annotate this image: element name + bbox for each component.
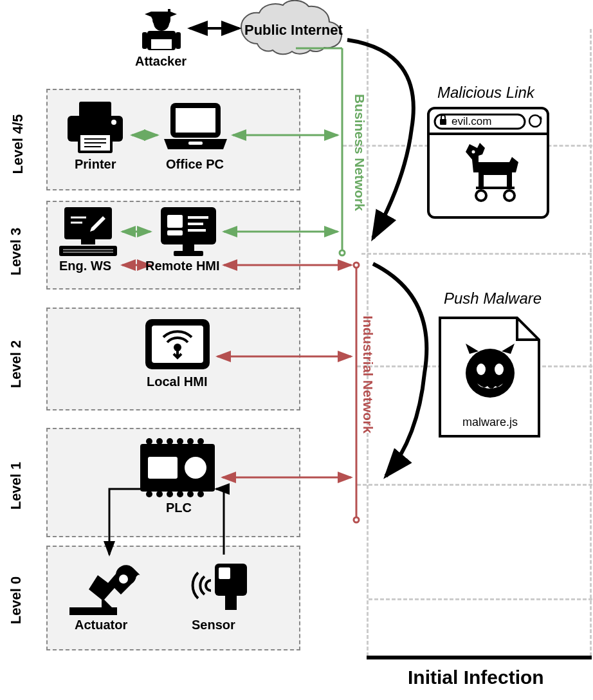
svg-rect-32 [167, 215, 183, 228]
svg-rect-20 [188, 142, 203, 145]
devil-face-icon [466, 344, 515, 398]
plc-icon [140, 438, 215, 497]
localhmi-label: Local HMI [147, 374, 207, 389]
sensor-label: Sensor [192, 618, 235, 632]
svg-point-50 [167, 438, 173, 445]
svg-rect-66 [219, 567, 230, 579]
svg-point-9 [354, 517, 359, 522]
laptop-icon [164, 103, 227, 149]
public-internet-label: Public Internet [244, 22, 343, 39]
svg-point-48 [146, 438, 152, 445]
svg-point-12 [111, 120, 116, 125]
engws-label: Eng. WS [59, 259, 111, 273]
initial-infection-label: Initial Infection [408, 667, 544, 688]
svg-rect-38 [174, 251, 203, 256]
printer-label: Printer [75, 157, 116, 172]
evil-url-text: evil.com [452, 115, 491, 127]
svg-point-56 [167, 491, 173, 497]
push-malware-label: Push Malware [444, 290, 542, 308]
malicious-link-label: Malicious Link [437, 84, 534, 102]
svg-point-8 [354, 262, 359, 268]
svg-rect-71 [440, 119, 446, 125]
printer-icon [68, 102, 123, 153]
svg-rect-28 [59, 246, 117, 256]
svg-point-77 [466, 349, 515, 398]
svg-point-57 [177, 491, 183, 497]
svg-point-61 [185, 457, 206, 479]
plc-label: PLC [166, 501, 192, 515]
svg-point-52 [187, 438, 194, 445]
svg-rect-64 [69, 607, 117, 615]
svg-point-78 [477, 364, 486, 375]
svg-rect-33 [167, 230, 183, 235]
workstation-icon [59, 207, 117, 256]
malware-file-box: malware.js [436, 314, 545, 443]
push-malware-arrow [373, 264, 426, 476]
svg-point-58 [187, 491, 194, 497]
svg-point-63 [119, 575, 128, 584]
remote-hmi-icon [161, 207, 216, 256]
svg-point-6 [340, 250, 345, 255]
browser-trojan-box: evil.com [427, 107, 549, 223]
svg-point-55 [156, 491, 163, 497]
svg-rect-3 [151, 36, 172, 39]
svg-point-0 [154, 15, 169, 31]
svg-rect-5 [176, 32, 181, 49]
svg-point-73 [472, 151, 475, 154]
attacker-label: Attacker [135, 54, 187, 69]
local-hmi-icon [145, 319, 210, 369]
svg-rect-67 [225, 596, 237, 610]
sensor-plc-link [216, 489, 224, 555]
remotehmi-label: Remote HMI [145, 259, 220, 273]
officepc-label: Office PC [166, 157, 224, 172]
svg-point-53 [197, 438, 204, 445]
svg-point-59 [197, 491, 204, 497]
svg-rect-10 [79, 102, 111, 117]
svg-rect-19 [176, 108, 215, 133]
svg-point-51 [177, 438, 183, 445]
svg-rect-27 [81, 239, 95, 244]
svg-rect-4 [142, 32, 147, 49]
svg-point-54 [146, 491, 152, 497]
plc-actuator-link [109, 489, 140, 555]
svg-rect-37 [183, 244, 194, 251]
sensor-icon [193, 564, 247, 610]
attacker-icon [142, 9, 181, 50]
actuator-label: Actuator [75, 618, 127, 632]
svg-point-45 [174, 344, 181, 351]
actuator-icon [69, 565, 138, 615]
svg-rect-60 [148, 457, 178, 479]
malware-filename: malware.js [462, 416, 518, 428]
svg-point-79 [495, 364, 504, 375]
business-network-label: Business Network [352, 94, 367, 211]
svg-point-49 [156, 438, 163, 445]
industrial-network-label: Industrial Network [360, 315, 376, 433]
